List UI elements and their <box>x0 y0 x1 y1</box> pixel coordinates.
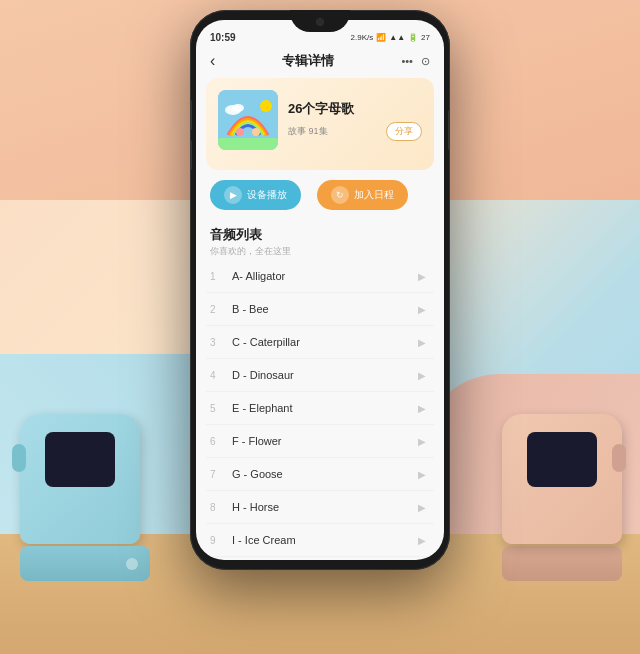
audio-item-name: I - Ice Cream <box>232 534 414 546</box>
battery-level: 27 <box>421 33 430 42</box>
audio-play-icon[interactable]: ▶ <box>414 433 430 449</box>
audio-item-number: 5 <box>210 403 228 414</box>
status-network: 2.9K/s <box>351 33 374 42</box>
speaker-left-screen <box>45 432 115 487</box>
audio-item-name: H - Horse <box>232 501 414 513</box>
audio-list-item[interactable]: 7 G - Goose ▶ <box>206 458 434 491</box>
audio-play-icon[interactable]: ▶ <box>414 334 430 350</box>
album-cover-art <box>218 90 278 150</box>
audio-item-number: 2 <box>210 304 228 315</box>
album-title: 26个字母歌 <box>288 100 422 118</box>
audio-list-item[interactable]: 2 B - Bee ▶ <box>206 293 434 326</box>
add-schedule-button[interactable]: ↻ 加入日程 <box>317 180 408 210</box>
svg-point-5 <box>236 128 244 136</box>
audio-item-name: B - Bee <box>232 303 414 315</box>
phone-screen: 10:59 2.9K/s 📶 ▲▲ 🔋 27 ‹ 专辑详情 ••• ⊙ <box>196 20 444 560</box>
phone-camera <box>316 18 324 26</box>
audio-item-number: 7 <box>210 469 228 480</box>
audio-item-number: 1 <box>210 271 228 282</box>
audio-play-icon[interactable]: ▶ <box>414 466 430 482</box>
speaker-right-screen <box>527 432 597 487</box>
signal-icon: 📶 <box>376 33 386 42</box>
back-button[interactable]: ‹ <box>210 52 215 70</box>
audio-item-number: 3 <box>210 337 228 348</box>
audio-play-icon[interactable]: ▶ <box>414 532 430 548</box>
phone-wrapper: 10:59 2.9K/s 📶 ▲▲ 🔋 27 ‹ 专辑详情 ••• ⊙ <box>190 10 450 640</box>
action-buttons: ▶ 设备播放 ↻ 加入日程 <box>196 170 444 220</box>
phone-notch <box>290 10 350 32</box>
audio-item-number: 6 <box>210 436 228 447</box>
device-play-icon: ▶ <box>224 186 242 204</box>
audio-item-name: G - Goose <box>232 468 414 480</box>
audio-list-item[interactable]: 6 F - Flower ▶ <box>206 425 434 458</box>
audio-play-icon[interactable]: ▶ <box>414 400 430 416</box>
speaker-right-button <box>612 444 626 472</box>
audio-list: 1 A- Alligator ▶ 2 B - Bee ▶ 3 C - Cater… <box>196 260 444 557</box>
svg-point-3 <box>232 104 244 112</box>
audio-item-name: F - Flower <box>232 435 414 447</box>
svg-point-1 <box>260 100 272 112</box>
album-section: 26个字母歌 故事 91集 分享 <box>206 78 434 170</box>
album-header: 26个字母歌 故事 91集 分享 <box>218 90 422 150</box>
speaker-right-body <box>502 414 622 544</box>
audio-list-title: 音频列表 <box>210 226 430 244</box>
audio-play-icon[interactable]: ▶ <box>414 268 430 284</box>
nav-right-actions: ••• ⊙ <box>401 55 430 68</box>
svg-rect-4 <box>218 138 278 150</box>
target-icon[interactable]: ⊙ <box>421 55 430 68</box>
speaker-right-base <box>502 546 622 581</box>
phone: 10:59 2.9K/s 📶 ▲▲ 🔋 27 ‹ 专辑详情 ••• ⊙ <box>190 10 450 570</box>
status-time: 10:59 <box>210 32 236 43</box>
audio-item-name: D - Dinosaur <box>232 369 414 381</box>
audio-list-item[interactable]: 8 H - Horse ▶ <box>206 491 434 524</box>
svg-point-6 <box>252 128 260 136</box>
add-schedule-icon: ↻ <box>331 186 349 204</box>
battery-icon: 🔋 <box>408 33 418 42</box>
device-play-button[interactable]: ▶ 设备播放 <box>210 180 301 210</box>
top-navigation: ‹ 专辑详情 ••• ⊙ <box>196 48 444 78</box>
phone-power-button <box>448 110 450 150</box>
audio-item-name: A- Alligator <box>232 270 414 282</box>
audio-play-icon[interactable]: ▶ <box>414 499 430 515</box>
audio-item-name: E - Elephant <box>232 402 414 414</box>
audio-play-icon[interactable]: ▶ <box>414 367 430 383</box>
page-title: 专辑详情 <box>282 52 334 70</box>
speaker-left-base <box>20 546 150 581</box>
menu-button[interactable]: ••• <box>401 55 413 67</box>
audio-item-number: 8 <box>210 502 228 513</box>
speaker-left-dot <box>126 558 138 570</box>
phone-volume-up-button <box>190 100 192 130</box>
audio-list-item[interactable]: 9 I - Ice Cream ▶ <box>206 524 434 557</box>
speaker-left <box>20 414 150 574</box>
speaker-left-body <box>20 414 140 544</box>
phone-volume-down-button <box>190 140 192 170</box>
album-info: 26个字母歌 故事 91集 分享 <box>288 100 422 141</box>
wifi-icon: ▲▲ <box>389 33 405 42</box>
audio-list-item[interactable]: 1 A- Alligator ▶ <box>206 260 434 293</box>
album-category: 故事 91集 <box>288 125 328 138</box>
share-button[interactable]: 分享 <box>386 122 422 141</box>
album-meta: 故事 91集 分享 <box>288 122 422 141</box>
audio-list-item[interactable]: 4 D - Dinosaur ▶ <box>206 359 434 392</box>
audio-list-item[interactable]: 3 C - Caterpillar ▶ <box>206 326 434 359</box>
audio-item-number: 9 <box>210 535 228 546</box>
audio-play-icon[interactable]: ▶ <box>414 301 430 317</box>
audio-item-number: 4 <box>210 370 228 381</box>
status-right: 2.9K/s 📶 ▲▲ 🔋 27 <box>351 33 430 42</box>
add-schedule-label: 加入日程 <box>354 188 394 202</box>
device-play-label: 设备播放 <box>247 188 287 202</box>
audio-list-header: 音频列表 你喜欢的，全在这里 <box>196 220 444 260</box>
audio-list-item[interactable]: 5 E - Elephant ▶ <box>206 392 434 425</box>
album-cover <box>218 90 278 150</box>
audio-item-name: C - Caterpillar <box>232 336 414 348</box>
speaker-left-button <box>12 444 26 472</box>
audio-list-subtitle: 你喜欢的，全在这里 <box>210 245 430 258</box>
speaker-right <box>492 414 622 574</box>
